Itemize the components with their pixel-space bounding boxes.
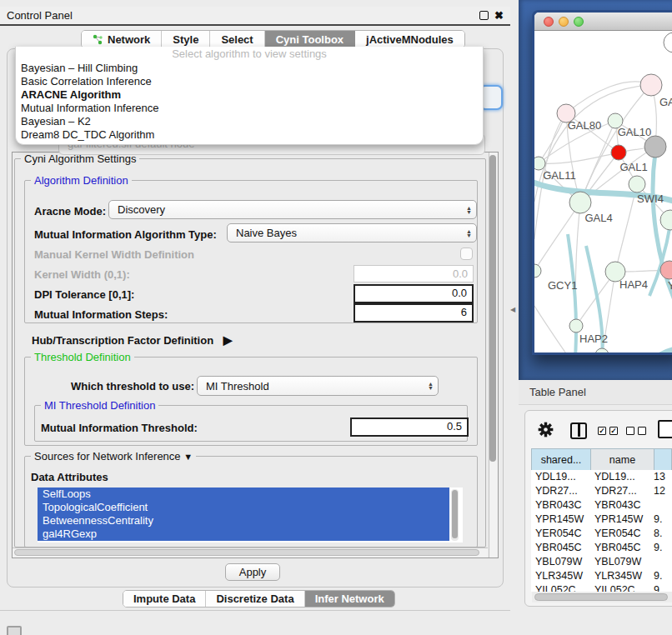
table-row[interactable]: YDL19...YDL19...13 <box>531 470 672 484</box>
table-horizontal-scrollbar-thumb[interactable] <box>534 593 668 601</box>
select-unchecked-icon[interactable] <box>638 427 646 435</box>
node-label: SWI4 <box>637 192 664 205</box>
network-node[interactable] <box>611 145 626 160</box>
table-row[interactable]: YDR27...YDR27...12 <box>531 484 672 498</box>
settings-horizontal-scrollbar-thumb[interactable] <box>14 549 479 556</box>
float-window-icon[interactable] <box>479 11 489 20</box>
close-traffic-light[interactable] <box>544 17 554 27</box>
column-header-shared-name[interactable]: shared... <box>532 449 591 471</box>
tab-discretize-data[interactable]: Discretize Data <box>206 591 304 607</box>
tab-impute-data[interactable]: Impute Data <box>123 591 206 607</box>
mi-threshold-field[interactable]: 0.5 <box>350 418 469 437</box>
mi-steps-field[interactable]: 6 <box>354 303 474 322</box>
kernel-width-field[interactable]: 0.0 <box>354 265 474 282</box>
network-node[interactable] <box>595 348 609 355</box>
hub-section-toggle[interactable]: Hub/Transcription Factor Definition ▶ <box>32 333 233 347</box>
attribute-item[interactable]: BetweennessCentrality <box>38 514 449 528</box>
window-bottom-divider <box>0 610 510 611</box>
aracne-mode-combo[interactable]: Discovery ▲▼ <box>108 200 477 219</box>
column-header-name[interactable]: name <box>590 449 654 471</box>
tab-network[interactable]: Network <box>82 31 162 48</box>
algorithm-option[interactable]: Bayesian – K2 <box>16 115 483 128</box>
splitpane-collapse-arrow[interactable]: ◀ <box>510 306 515 313</box>
close-icon[interactable]: ✖ <box>494 9 504 22</box>
table-row[interactable]: YIL052CYIL052C9 <box>531 583 672 592</box>
tab-jactivemnodules[interactable]: jActiveMNodules <box>355 31 464 48</box>
table-row[interactable]: YBR043CYBR043C <box>531 498 672 512</box>
algorithm-option[interactable]: ARACNE Algorithm <box>16 88 483 102</box>
collapsed-panel-icon[interactable] <box>7 626 22 635</box>
table-row[interactable]: YBL079WYBL079W <box>531 555 672 569</box>
kernel-width-label: Kernel Width (0,1): <box>34 268 130 281</box>
node-label: GAL10 <box>618 126 651 138</box>
algorithm-definition-title: Algorithm Definition <box>31 174 132 187</box>
dpi-tolerance-label: DPI Tolerance [0,1]: <box>34 288 134 301</box>
node-label: GCY1 <box>548 279 577 292</box>
minimize-traffic-light[interactable] <box>559 17 569 27</box>
manual-kernel-checkbox[interactable] <box>460 248 473 260</box>
attribute-item[interactable]: TopologicalCoefficient <box>38 501 449 514</box>
network-node[interactable] <box>534 157 545 170</box>
zoom-traffic-light[interactable] <box>574 17 584 27</box>
control-panel-title: Control Panel <box>7 9 73 22</box>
sources-toggle[interactable]: Sources for Network Inference ▼ <box>31 450 196 462</box>
select-checked-icon[interactable]: ✓ <box>598 427 606 435</box>
algorithm-dropdown-list: Bayesian – Hill ClimbingBasic Correlatio… <box>16 62 483 142</box>
network-graph[interactable]: GAL80GALGAL10GAL1SWI4GAL11GAL4GCY1HAP4YH… <box>534 31 672 355</box>
dpi-tolerance-field[interactable]: 0.0 <box>354 284 474 303</box>
network-view-window[interactable]: GAL80GALGAL10GAL1SWI4GAL11GAL4GCY1HAP4YH… <box>532 10 672 355</box>
tab-cyni-toolbox[interactable]: Cyni Toolbox <box>265 31 355 48</box>
columns-icon[interactable] <box>570 422 587 439</box>
tab-select[interactable]: Select <box>210 31 264 48</box>
control-panel-titlebar: Control Panel ✖ <box>0 7 510 26</box>
network-edge[interactable] <box>534 306 605 355</box>
data-attributes-list: SelfLoopsTopologicalCoefficientBetweenne… <box>38 488 463 542</box>
network-icon <box>93 34 103 45</box>
network-node[interactable] <box>569 319 583 332</box>
attribute-item[interactable]: SelfLoops <box>38 488 449 501</box>
table-panel-titlebar: Table Panel <box>519 380 672 405</box>
network-edge[interactable] <box>624 349 672 355</box>
attribute-item[interactable]: gal4RGexp <box>38 528 449 541</box>
column-header-cut[interactable] <box>654 449 671 471</box>
algorithm-option[interactable]: Basic Correlation Inference <box>16 75 483 88</box>
network-node[interactable] <box>569 192 591 213</box>
attributes-scrollbar[interactable] <box>451 489 459 541</box>
network-node[interactable] <box>629 176 645 192</box>
node-label: GAL4 <box>584 212 612 224</box>
which-threshold-label: Which threshold to use: <box>71 380 194 392</box>
network-node[interactable] <box>640 74 662 96</box>
mi-threshold-title: MI Threshold Definition <box>41 399 158 412</box>
network-window-titlebar[interactable] <box>534 12 672 31</box>
select-unchecked-icon[interactable] <box>626 427 634 435</box>
apply-button[interactable]: Apply <box>225 563 280 581</box>
select-checked-icon[interactable]: ✓ <box>609 427 618 435</box>
network-node[interactable] <box>534 264 541 278</box>
which-threshold-combo[interactable]: MI Threshold ▲▼ <box>197 376 439 396</box>
table-row[interactable]: YLR345WYLR345W9. <box>531 569 672 583</box>
tab-infer-network[interactable]: Infer Network <box>305 591 394 607</box>
node-label: GAL1 <box>619 161 647 173</box>
algorithm-dropdown-popup: Select algorithm to view settings Bayesi… <box>15 47 484 145</box>
data-attributes-label: Data Attributes <box>31 471 108 483</box>
gear-icon[interactable] <box>538 422 554 438</box>
table-row[interactable]: YBR045CYBR045C9. <box>531 541 672 555</box>
network-edge[interactable] <box>568 234 576 355</box>
mi-algorithm-type-combo[interactable]: Naive Bayes ▲▼ <box>227 223 477 242</box>
algorithm-option[interactable]: Dream8 DC_TDC Algorithm <box>16 128 483 142</box>
chevron-down-icon: ▼ <box>183 452 193 462</box>
algorithm-option[interactable]: Bayesian – Hill Climbing <box>16 62 483 75</box>
table-row[interactable]: YER054CYER054C8. <box>531 527 672 541</box>
settings-vertical-scrollbar-thumb[interactable] <box>489 155 496 462</box>
network-node[interactable] <box>664 32 672 52</box>
mi-algorithm-type-label: Mutual Information Algorithm Type: <box>34 228 217 241</box>
stepper-arrows-icon: ▲▼ <box>466 206 472 214</box>
algorithm-option[interactable]: Mutual Information Inference <box>16 102 483 115</box>
document-icon[interactable] <box>658 420 672 438</box>
table-row[interactable]: YPR145WYPR145W9. <box>531 512 672 527</box>
tab-style[interactable]: Style <box>162 31 210 48</box>
network-node[interactable] <box>644 136 666 158</box>
network-node[interactable] <box>660 210 672 230</box>
threshold-definition-title: Threshold Definition <box>31 351 134 363</box>
network-edge[interactable] <box>534 202 580 271</box>
